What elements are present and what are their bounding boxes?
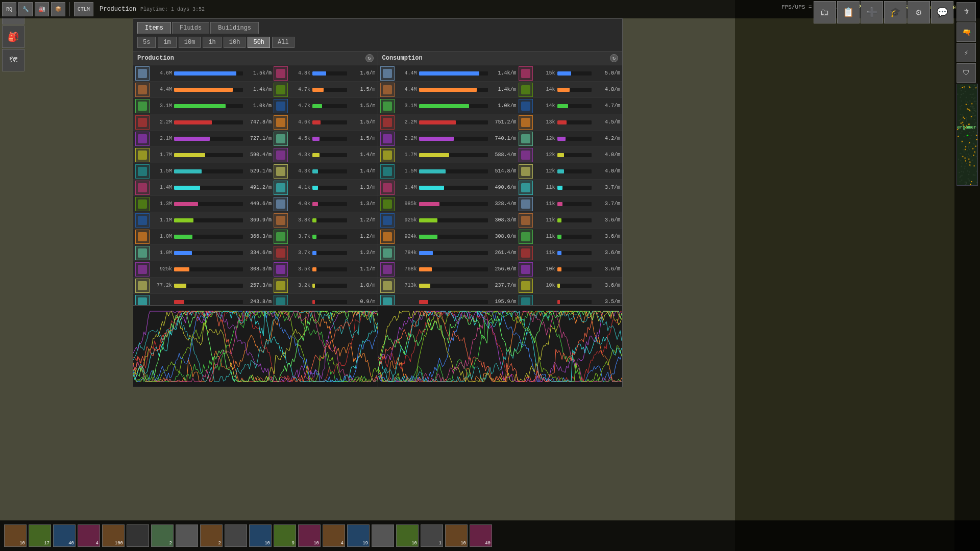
map-button[interactable]: 🗺	[2, 49, 24, 71]
bar-fill	[174, 186, 200, 190]
inventory-button[interactable]: 🎒	[2, 26, 24, 48]
hotbar-item[interactable]: 10	[298, 524, 321, 547]
item-icon-right	[519, 164, 533, 179]
tabs-row: Items Fluids Buildings	[133, 19, 622, 34]
item-icon-left	[135, 246, 150, 260]
hotbar-item[interactable]: 10	[249, 524, 272, 547]
hotbar-item[interactable]: 40	[53, 524, 76, 547]
hotbar-item[interactable]: 1	[421, 524, 443, 547]
tool-btn-3[interactable]: 📦	[51, 2, 65, 16]
item-icon-left	[380, 99, 395, 113]
production-bar	[174, 218, 243, 222]
item-icon-left	[380, 132, 395, 146]
bar2-fill	[312, 186, 318, 190]
hotbar-item[interactable]: 10	[445, 524, 468, 547]
hotbar-item[interactable]: 10	[4, 524, 27, 547]
item-icon-right	[274, 115, 288, 130]
hotbar-item[interactable]	[225, 524, 247, 547]
item-icon-left	[380, 83, 395, 97]
item-icon-left	[380, 115, 395, 130]
secondary-bar	[312, 120, 347, 124]
hotbar-item[interactable]: 2	[200, 524, 223, 547]
icon2-count: 4.5k	[290, 136, 310, 141]
item-icon-left	[380, 295, 395, 306]
hotbar-item[interactable]: 100	[102, 524, 125, 547]
bar-fill	[174, 120, 212, 124]
tab-fluids[interactable]: Fluids	[172, 22, 209, 34]
inventory-top-btn[interactable]: 🗂	[814, 1, 836, 23]
item-count: 1.3M	[152, 201, 172, 207]
secondary-rate: 3.5/m	[594, 299, 620, 305]
hotbar-item[interactable]: 9	[274, 524, 296, 547]
production-bar	[419, 235, 488, 239]
hotbar-item[interactable]: 4	[323, 524, 345, 547]
tech-top-btn[interactable]: 📋	[837, 1, 860, 23]
right-icon-4[interactable]: 🛡	[957, 63, 976, 83]
production-bar	[419, 300, 488, 304]
secondary-rate: 1.6/m	[349, 70, 376, 76]
right-icon-2[interactable]: 🔫	[957, 22, 976, 42]
secondary-bar	[557, 267, 592, 271]
time-50h[interactable]: 50h	[248, 37, 270, 48]
secondary-rate: 1.5/m	[349, 87, 376, 92]
settings-top-btn[interactable]: ⚙	[908, 1, 930, 23]
secondary-rate: 1.5/m	[349, 136, 376, 141]
ctlm-btn[interactable]: CTLM	[74, 2, 93, 16]
tab-items[interactable]: Items	[137, 22, 171, 34]
production-bar	[174, 267, 243, 271]
hotbar-item[interactable]: 2	[151, 524, 174, 547]
time-all[interactable]: All	[272, 37, 295, 48]
right-icon-3[interactable]: ⚡	[957, 43, 976, 62]
hotbar-item[interactable]: 4	[78, 524, 100, 547]
chat-top-btn[interactable]: 💬	[931, 1, 953, 23]
hotbar-item[interactable]	[176, 524, 198, 547]
time-10m[interactable]: 10m	[179, 37, 201, 48]
production-rate: 334.6/m	[245, 250, 272, 256]
add-top-btn[interactable]: ➕	[861, 1, 883, 23]
tool-btn-2[interactable]: 🏭	[35, 2, 49, 16]
secondary-rate: 4.5/m	[594, 119, 620, 125]
production-bar	[174, 284, 243, 288]
secondary-rate: 1.2/m	[349, 234, 376, 239]
icon2-count: 3.7k	[290, 250, 310, 256]
bar2-fill	[557, 104, 569, 108]
secondary-bar	[312, 104, 347, 108]
icon2-count: 10k	[535, 266, 555, 272]
research-top-btn[interactable]: 🎓	[884, 1, 906, 23]
hotbar-item[interactable]	[372, 524, 394, 547]
bar2-fill	[557, 120, 567, 124]
minimap[interactable]: Kaplergamer	[957, 84, 978, 186]
item-icon-left	[135, 99, 150, 113]
bar2-fill	[312, 251, 316, 255]
tool-btn-1[interactable]: 🔧	[18, 2, 33, 16]
tab-buildings[interactable]: Buildings	[210, 22, 259, 34]
secondary-bar	[557, 300, 592, 304]
secondary-rate: 1.5/m	[349, 103, 376, 109]
item-count: 1.7M	[397, 152, 417, 158]
consumption-refresh-btn[interactable]: ↻	[610, 54, 618, 62]
bar2-fill	[557, 251, 561, 255]
right-icon-1[interactable]: 🗡	[957, 2, 976, 21]
secondary-rate: 1.2/m	[349, 250, 376, 256]
time-5s[interactable]: 5s	[137, 37, 156, 48]
secondary-rate: 1.5/m	[349, 119, 376, 125]
hotbar-item[interactable]: 10	[396, 524, 419, 547]
rq-top-btn[interactable]: RQ	[2, 2, 16, 16]
time-10h[interactable]: 10h	[224, 37, 246, 48]
bar-fill	[419, 218, 437, 222]
hotbar-item[interactable]	[127, 524, 149, 547]
hotbar-item[interactable]: 17	[29, 524, 51, 547]
production-refresh-btn[interactable]: ↻	[365, 54, 374, 62]
hotbar-item[interactable]: 19	[347, 524, 370, 547]
production-bar	[419, 202, 488, 206]
hotbar-item[interactable]: 40	[470, 524, 492, 547]
columns-container: Production ↻ 4.6M 1.5k/m 4.8k 1.6/m	[133, 52, 622, 305]
production-rate: 529.1/m	[245, 168, 272, 174]
data-row: 924k 308.0/m 11k 3.6/m	[378, 229, 623, 245]
bar-fill	[174, 284, 186, 288]
secondary-rate: 3.6/m	[594, 266, 620, 272]
time-1m[interactable]: 1m	[158, 37, 176, 48]
production-bar	[174, 300, 243, 304]
bar2-fill	[312, 137, 320, 141]
time-1h[interactable]: 1h	[203, 37, 221, 48]
